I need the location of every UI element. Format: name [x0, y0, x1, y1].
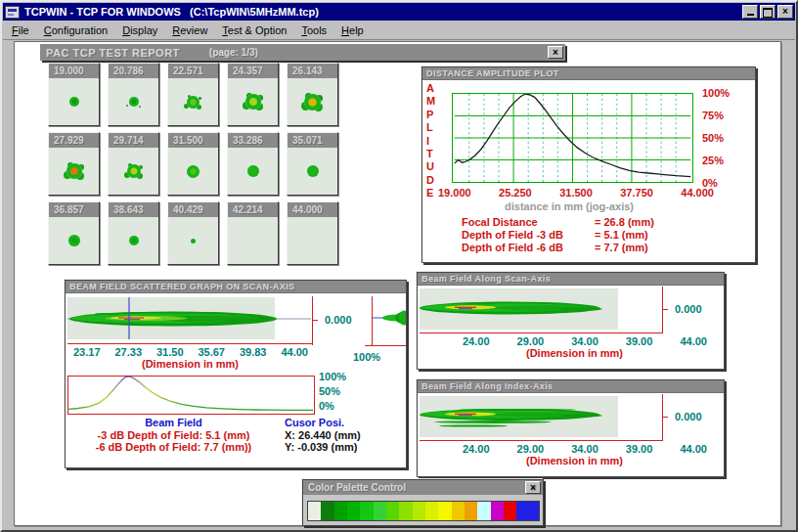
app-window: TCPWIN - TCP FOR WINDOWS (C:\TcpWIN\5MHz… — [0, 0, 798, 532]
beam-thumbnail[interactable]: 20.786 — [108, 63, 159, 126]
palette-color-swatch[interactable] — [425, 502, 438, 520]
maximize-button[interactable] — [760, 5, 776, 19]
beam-spot — [129, 97, 139, 107]
tick-label: 31.50 — [156, 346, 184, 358]
report-title-bar[interactable]: PAC TCP TEST REPORT (page: 1/3) × — [40, 44, 565, 61]
palette-color-swatch[interactable] — [347, 502, 360, 520]
close-button[interactable]: × — [777, 5, 793, 19]
thumbnail-label: 27.929 — [49, 133, 99, 148]
index-zero-label: 0.000 — [675, 411, 702, 422]
beam-index-axis-panel: Beam Field Along Index-Axis — [417, 379, 725, 477]
beam-field-info: Beam Field -3 dB Depth of Field: 5.1 (mm… — [73, 417, 274, 454]
menu-item-display[interactable]: Display — [122, 24, 157, 36]
beam-spot — [129, 236, 139, 245]
beam-spot — [191, 239, 196, 244]
curve — [68, 377, 313, 410]
beam-profile-box — [67, 376, 315, 415]
palette-color-swatch[interactable] — [491, 502, 504, 520]
minimize-button[interactable] — [742, 5, 758, 19]
menu-item-file[interactable]: File — [12, 24, 29, 36]
palette-color-swatch[interactable] — [321, 502, 333, 520]
beam-spot — [66, 163, 82, 179]
tick-label: 100% — [702, 87, 730, 99]
beam-thumbnail[interactable]: 31.500 — [167, 132, 219, 196]
palette-close-button[interactable]: × — [525, 481, 541, 494]
palette-color-swatch[interactable] — [504, 502, 516, 520]
palette-color-swatch[interactable] — [452, 502, 465, 520]
info-line: X: 26.440 (mm) — [285, 429, 404, 442]
info-line: -6 dB Depth of Field: 7.7 (mm)) — [73, 441, 274, 454]
palette-color-swatch[interactable] — [413, 502, 425, 520]
dap-stats: Focal Distance= 26.8 (mm)Depth of Field … — [462, 216, 654, 254]
color-palette-window: Color Palette Control × — [302, 479, 544, 526]
beam-spot-area — [49, 78, 99, 125]
menu-item-help[interactable]: Help — [341, 24, 364, 36]
beam-spot-area — [288, 148, 337, 195]
dap-plot — [452, 93, 693, 183]
menu-item-review[interactable]: Review — [172, 24, 207, 36]
beam-spot — [247, 165, 259, 177]
menu-item-configuration[interactable]: Configuration — [44, 24, 108, 36]
beam-field-title: Beam Field — [73, 417, 274, 429]
palette-color-swatch[interactable] — [465, 502, 477, 520]
palette-color-swatch[interactable] — [386, 502, 399, 520]
tick-label: 23.17 — [73, 346, 101, 358]
beam-thumbnail[interactable]: 38.643 — [108, 201, 159, 265]
palette-color-swatch[interactable] — [438, 502, 451, 520]
beam-field-image[interactable] — [67, 297, 311, 343]
beam-thumbnail[interactable]: 29.714 — [108, 132, 159, 196]
tick-label: 50% — [702, 132, 730, 144]
palette-color-swatch[interactable] — [374, 502, 386, 520]
tick-label: 29.00 — [517, 443, 545, 455]
thumbnail-label: 24.357 — [228, 64, 278, 78]
palette-color-swatch[interactable] — [399, 502, 412, 520]
menu-item-tools[interactable]: Tools — [301, 24, 327, 36]
report-close-button[interactable]: × — [548, 46, 563, 59]
beam-field-lines: -3 dB Depth of Field: 5.1 (mm)-6 dB Dept… — [73, 429, 274, 454]
title-bar[interactable]: TCPWIN - TCP FOR WINDOWS (C:\TcpWIN\5MHz… — [3, 3, 795, 21]
thumbnail-label: 36.857 — [49, 202, 99, 217]
scan-zero-label: 0.000 — [675, 303, 702, 315]
beam-spot-area — [228, 78, 278, 125]
client-area: PAC TCP TEST REPORT (page: 1/3) × 19.000… — [14, 41, 781, 526]
index-dimension-label: (Dimension in mm) — [474, 455, 675, 466]
beam-spot-area — [288, 217, 337, 264]
palette-color-swatch[interactable] — [334, 502, 347, 520]
beam-thumbnail[interactable]: 44.000 — [287, 201, 338, 265]
beam-thumbnail[interactable]: 22.571 — [167, 63, 219, 126]
dap-yticks: 100%75%50%25%0% — [702, 87, 730, 189]
palette-title-bar[interactable]: Color Palette Control × — [303, 480, 543, 495]
palette-color-swatch[interactable] — [360, 502, 373, 520]
beam-thumbnail[interactable]: 24.357 — [227, 63, 279, 126]
tick-label: 44.00 — [680, 443, 707, 455]
beam-thumbnail[interactable]: 42.214 — [227, 201, 279, 265]
scan-beam-image[interactable] — [420, 288, 662, 333]
side-profile-scale-label: 100% — [353, 351, 380, 363]
dap-stat-line: Depth of Field -3 dB= 5.1 (mm) — [462, 229, 654, 242]
beam-spot — [68, 235, 80, 246]
thumbnail-label: 22.571 — [168, 64, 218, 78]
beam-spot — [307, 165, 319, 177]
index-beam-image[interactable] — [420, 396, 662, 441]
scatter-profile-ticks: 100%50%0% — [319, 371, 346, 412]
palette-color-swatch[interactable] — [308, 502, 321, 520]
tick-label: 27.33 — [114, 346, 142, 358]
thumbnail-label: 42.214 — [228, 202, 278, 217]
side-profile-image — [373, 309, 406, 327]
beam-thumbnail[interactable]: 19.000 — [48, 63, 100, 126]
beam-thumbnail[interactable]: 35.071 — [287, 132, 338, 196]
beam-thumbnail[interactable]: 26.143 — [287, 63, 338, 126]
beam-thumbnail[interactable]: 33.286 — [227, 132, 279, 196]
scatter-zero-label: 0.000 — [325, 314, 352, 326]
beam-thumbnail[interactable]: 40.429 — [167, 201, 219, 265]
beam-thumbnail[interactable]: 27.929 — [48, 132, 100, 196]
menu-item-test-option[interactable]: Test & Option — [222, 24, 287, 36]
palette-color-swatch[interactable] — [516, 502, 539, 520]
tick-label: 44.00 — [680, 335, 707, 347]
palette-color-swatch[interactable] — [477, 502, 490, 520]
beam-scattered-panel: BEAM FIELD SCATTERED GRAPH ON SCAN-AXIS — [65, 280, 407, 468]
palette-title: Color Palette Control — [308, 482, 406, 493]
cursor-lines: X: 26.440 (mm)Y: -0.039 (mm) — [285, 429, 404, 454]
beam-spot-area — [109, 78, 158, 125]
beam-thumbnail[interactable]: 36.857 — [48, 201, 100, 265]
